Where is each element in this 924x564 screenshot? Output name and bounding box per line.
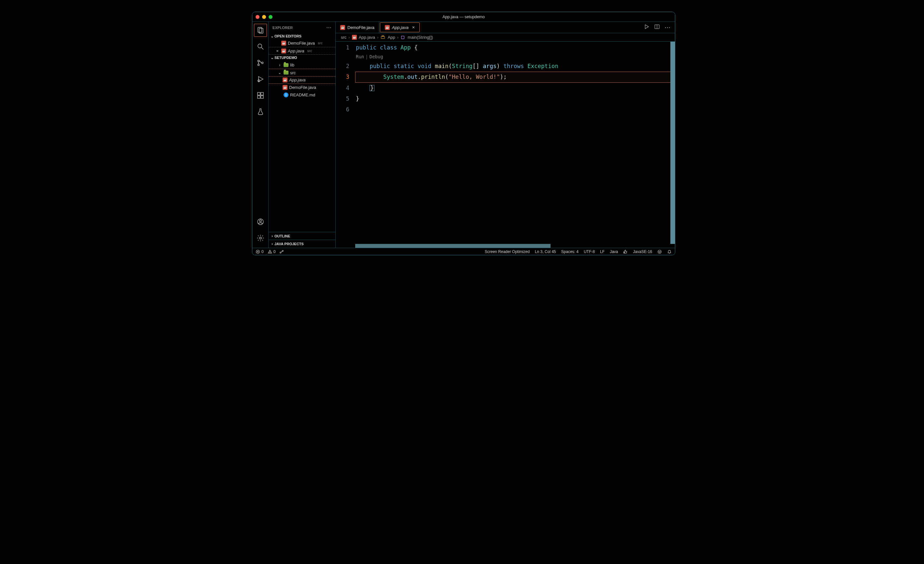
file-tree: › lib ⌄ src App.java xyxy=(268,61,335,232)
chevron-right-icon: › xyxy=(270,242,274,246)
status-live-share[interactable] xyxy=(279,249,284,254)
breadcrumb-segment[interactable]: App.java xyxy=(359,35,375,40)
accounts-activity-icon[interactable] xyxy=(254,215,267,228)
activity-bar xyxy=(252,22,268,248)
class-symbol-icon xyxy=(381,35,385,40)
open-editor-item[interactable]: DemoFile.java src xyxy=(268,39,335,47)
file-name: DemoFile.java xyxy=(289,85,316,90)
breadcrumb-segment[interactable]: main(String[]) xyxy=(408,35,433,40)
explorer-activity-icon[interactable] xyxy=(254,24,267,37)
java-projects-header[interactable]: › JAVA PROJECTS xyxy=(268,240,335,248)
tab-app-active[interactable]: App.java × xyxy=(380,22,420,32)
svg-point-29 xyxy=(658,250,662,254)
line-number: 2 xyxy=(336,61,355,72)
sidebar-more-icon[interactable]: ⋯ xyxy=(326,24,332,31)
titlebar: App.java — setupdemo xyxy=(252,12,675,22)
svg-rect-9 xyxy=(258,93,260,95)
open-editor-item-active[interactable]: × App.java src xyxy=(268,47,335,55)
window-controls xyxy=(256,15,273,19)
run-debug-activity-icon[interactable] xyxy=(254,73,267,86)
status-errors[interactable]: 0 xyxy=(256,249,264,254)
close-editor-icon[interactable]: × xyxy=(275,48,280,53)
status-feedback-icon[interactable] xyxy=(657,249,662,254)
blank-gutter xyxy=(275,41,280,46)
line-number: 3 xyxy=(336,72,355,82)
java-file-icon xyxy=(281,48,286,53)
chevron-right-icon: › xyxy=(270,234,274,238)
breadcrumb[interactable]: src › App.java › App › main(String[]) xyxy=(336,33,675,42)
svg-point-4 xyxy=(258,60,259,62)
codelens-run[interactable]: Run xyxy=(356,54,364,59)
breadcrumb-segment[interactable]: src xyxy=(341,35,346,40)
status-indentation[interactable]: Spaces: 4 xyxy=(561,249,579,254)
status-warnings[interactable]: 0 xyxy=(268,249,276,254)
tab-label: App.java xyxy=(392,25,409,30)
outline-label: OUTLINE xyxy=(274,234,290,238)
close-tab-icon[interactable]: × xyxy=(412,25,415,30)
close-window-button[interactable] xyxy=(256,15,260,19)
status-language[interactable]: Java xyxy=(610,249,618,254)
tree-folder-lib[interactable]: › lib xyxy=(268,61,335,69)
outline-header[interactable]: › OUTLINE xyxy=(268,232,335,240)
line-number: 5 xyxy=(336,93,355,104)
status-cursor-position[interactable]: Ln 3, Col 45 xyxy=(535,249,556,254)
svg-rect-12 xyxy=(261,96,263,98)
vscode-window: App.java — setupdemo xyxy=(252,12,675,255)
tree-folder-src[interactable]: ⌄ src xyxy=(268,69,335,76)
editor-tabs: DemoFile.java App.java × ⋯ xyxy=(336,22,675,33)
svg-point-2 xyxy=(258,44,262,48)
codelens: Run|Debug xyxy=(336,53,675,61)
file-name: App.java xyxy=(288,48,304,53)
status-thumbs-up-icon[interactable] xyxy=(623,249,628,254)
open-editors-section: ⌄ OPEN EDITORS DemoFile.java src × App.j… xyxy=(268,33,335,55)
search-activity-icon[interactable] xyxy=(254,40,267,53)
status-notifications-icon[interactable] xyxy=(667,249,672,254)
line-number: 6 xyxy=(336,104,355,115)
source-control-activity-icon[interactable] xyxy=(254,56,267,69)
maximize-window-button[interactable] xyxy=(268,15,273,19)
chevron-right-icon: › xyxy=(278,63,282,68)
file-name: README.md xyxy=(290,93,315,98)
project-label: SETUPDEMO xyxy=(274,56,297,60)
svg-rect-0 xyxy=(258,27,262,32)
codelens-debug[interactable]: Debug xyxy=(369,54,383,59)
testing-activity-icon[interactable] xyxy=(254,105,267,118)
file-path-tag: src xyxy=(308,49,312,53)
svg-point-6 xyxy=(261,62,263,64)
status-screen-reader[interactable]: Screen Reader Optimized xyxy=(485,249,530,254)
editor-area: DemoFile.java App.java × ⋯ src › App.jav… xyxy=(336,22,675,248)
status-eol[interactable]: LF xyxy=(600,249,604,254)
minimize-window-button[interactable] xyxy=(262,15,266,19)
tree-file-demo[interactable]: DemoFile.java xyxy=(268,84,335,91)
tab-demofile[interactable]: DemoFile.java xyxy=(336,22,379,33)
breadcrumb-segment[interactable]: App xyxy=(388,35,395,40)
status-encoding[interactable]: UTF-8 xyxy=(584,249,595,254)
tree-file-app[interactable]: App.java xyxy=(268,76,335,84)
horizontal-scrollbar[interactable] xyxy=(355,244,670,248)
run-file-icon[interactable] xyxy=(644,24,650,31)
minimap[interactable] xyxy=(670,42,675,244)
tree-file-readme[interactable]: i README.md xyxy=(268,91,335,99)
extensions-activity-icon[interactable] xyxy=(254,89,267,102)
split-editor-icon[interactable] xyxy=(654,24,660,31)
method-symbol-icon xyxy=(400,35,405,40)
svg-point-14 xyxy=(260,220,261,222)
project-header[interactable]: ⌄ SETUPDEMO xyxy=(268,55,335,61)
sidebar-title: EXPLORER xyxy=(273,26,293,30)
chevron-down-icon: ⌄ xyxy=(270,34,274,38)
more-actions-icon[interactable]: ⋯ xyxy=(664,24,670,31)
scrollbar-thumb[interactable] xyxy=(355,244,550,248)
sidebar-header: EXPLORER ⋯ xyxy=(268,22,335,33)
folder-icon xyxy=(284,70,288,75)
settings-activity-icon[interactable] xyxy=(254,231,267,244)
folder-name: src xyxy=(290,70,296,75)
chevron-right-icon: › xyxy=(377,35,378,40)
file-path-tag: src xyxy=(318,41,322,45)
editor-actions: ⋯ xyxy=(639,22,675,33)
open-editors-header[interactable]: ⌄ OPEN EDITORS xyxy=(268,33,335,39)
status-jdk[interactable]: JavaSE-16 xyxy=(633,249,652,254)
code-editor[interactable]: 1 public class App { Run|Debug 2 public … xyxy=(336,42,675,248)
file-name: DemoFile.java xyxy=(288,41,315,46)
java-file-icon xyxy=(283,85,288,90)
svg-rect-21 xyxy=(402,36,404,39)
